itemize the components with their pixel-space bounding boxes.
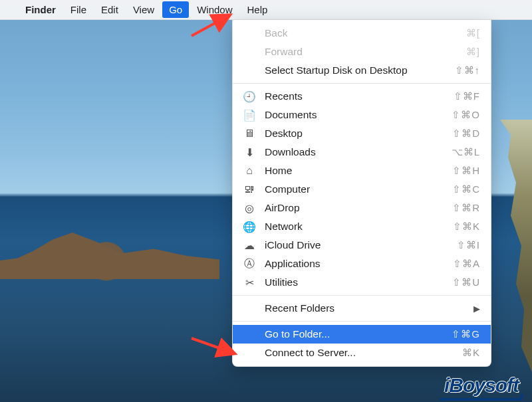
menu-shortcut: ⇧⌘U xyxy=(452,276,480,288)
menubar: Finder File Edit View Go Window Help xyxy=(0,0,532,20)
home-icon: ⌂ xyxy=(242,165,257,177)
menu-item-select-startup-disk-on-desktop[interactable]: Select Startup Disk on Desktop⇧⌘↑ xyxy=(233,61,491,80)
desktop-icon: 🖥 xyxy=(242,128,257,140)
menu-item-label: Downloads xyxy=(265,146,444,158)
recents-icon: 🕘 xyxy=(242,90,257,103)
menu-separator xyxy=(233,295,491,296)
menu-item-label: iCloud Drive xyxy=(265,239,449,251)
menu-item-label: Home xyxy=(265,165,444,177)
menu-shortcut: ⇧⌘H xyxy=(452,165,480,177)
menu-item-applications[interactable]: ⒶApplications⇧⌘A xyxy=(233,254,491,273)
menu-item-icloud-drive[interactable]: ☁︎iCloud Drive⇧⌘I xyxy=(233,236,491,254)
menu-window[interactable]: Window xyxy=(190,1,239,18)
menu-item-label: Forward xyxy=(265,46,458,58)
menu-item-label: Connect to Server... xyxy=(265,347,454,359)
menu-separator xyxy=(233,321,491,322)
downloads-icon: ⬇︎ xyxy=(242,146,257,159)
menu-shortcut: ⇧⌘D xyxy=(452,128,480,140)
menu-shortcut: ⇧⌘A xyxy=(453,258,480,270)
menu-edit[interactable]: Edit xyxy=(94,1,125,18)
applications-icon: Ⓐ xyxy=(242,257,257,271)
menu-view[interactable]: View xyxy=(126,1,161,18)
menu-shortcut: ⇧⌘I xyxy=(457,239,480,251)
watermark: iBoysoft xyxy=(444,374,519,397)
menu-shortcut: ⇧⌘C xyxy=(452,183,480,195)
menu-item-label: Applications xyxy=(265,258,445,270)
menu-item-label: Recents xyxy=(265,90,446,102)
menu-item-label: Desktop xyxy=(265,128,444,140)
menu-shortcut: ⌘K xyxy=(462,347,480,359)
menu-shortcut: ⌘[ xyxy=(466,27,480,39)
menu-item-label: Network xyxy=(265,221,445,233)
menu-shortcut: ⇧⌘F xyxy=(454,90,480,102)
icloud-icon: ☁︎ xyxy=(242,239,257,252)
menu-item-network[interactable]: 🌐Network⇧⌘K xyxy=(233,217,491,236)
menu-shortcut: ⇧⌘K xyxy=(453,221,480,233)
wallpaper-coastline xyxy=(0,233,219,279)
menu-file[interactable]: File xyxy=(64,1,93,18)
menu-item-recent-folders[interactable]: Recent Folders▶ xyxy=(233,299,491,318)
menu-help[interactable]: Help xyxy=(241,1,275,18)
menu-shortcut: ⇧⌘O xyxy=(452,109,480,121)
menu-shortcut: ⌥⌘L xyxy=(452,146,480,158)
menu-item-documents[interactable]: 📄Documents⇧⌘O xyxy=(233,106,491,124)
menu-item-label: Computer xyxy=(265,183,444,195)
menu-item-label: Recent Folders xyxy=(265,302,466,314)
menu-shortcut: ⇧⌘R xyxy=(452,202,480,214)
menu-item-airdrop[interactable]: ◎AirDrop⇧⌘R xyxy=(233,199,491,217)
computer-icon: 🖳 xyxy=(242,183,257,195)
submenu-arrow-icon: ▶ xyxy=(473,304,480,314)
menu-shortcut: ⇧⌘↑ xyxy=(455,64,481,76)
menu-go[interactable]: Go xyxy=(162,1,189,18)
menu-item-home[interactable]: ⌂Home⇧⌘H xyxy=(233,161,491,180)
menu-item-computer[interactable]: 🖳Computer⇧⌘C xyxy=(233,180,491,199)
menu-item-desktop[interactable]: 🖥Desktop⇧⌘D xyxy=(233,124,491,143)
airdrop-icon: ◎ xyxy=(242,202,257,215)
menu-item-label: Select Startup Disk on Desktop xyxy=(265,64,447,76)
menu-item-utilities[interactable]: ✂︎Utilities⇧⌘U xyxy=(233,273,491,292)
menu-item-forward: Forward⌘] xyxy=(233,43,491,61)
menu-finder[interactable]: Finder xyxy=(19,1,63,18)
network-icon: 🌐 xyxy=(242,221,257,233)
utilities-icon: ✂︎ xyxy=(242,276,257,289)
menu-item-downloads[interactable]: ⬇︎Downloads⌥⌘L xyxy=(233,143,491,161)
menu-item-label: Documents xyxy=(265,109,444,121)
menu-item-recents[interactable]: 🕘Recents⇧⌘F xyxy=(233,87,491,106)
documents-icon: 📄 xyxy=(242,109,257,122)
menu-shortcut: ⌘] xyxy=(466,46,480,58)
go-menu-dropdown: Back⌘[Forward⌘]Select Startup Disk on De… xyxy=(232,20,491,367)
menu-item-label: Back xyxy=(265,27,458,39)
menu-item-back: Back⌘[ xyxy=(233,24,491,43)
menu-item-connect-to-server[interactable]: Connect to Server...⌘K xyxy=(233,344,491,362)
menu-item-go-to-folder[interactable]: Go to Folder...⇧⌘G xyxy=(233,325,491,344)
menu-separator xyxy=(233,83,491,84)
menu-item-label: Utilities xyxy=(265,276,444,288)
menu-item-label: Go to Folder... xyxy=(265,328,444,340)
menu-item-label: AirDrop xyxy=(265,202,444,214)
menu-shortcut: ⇧⌘G xyxy=(452,328,480,340)
